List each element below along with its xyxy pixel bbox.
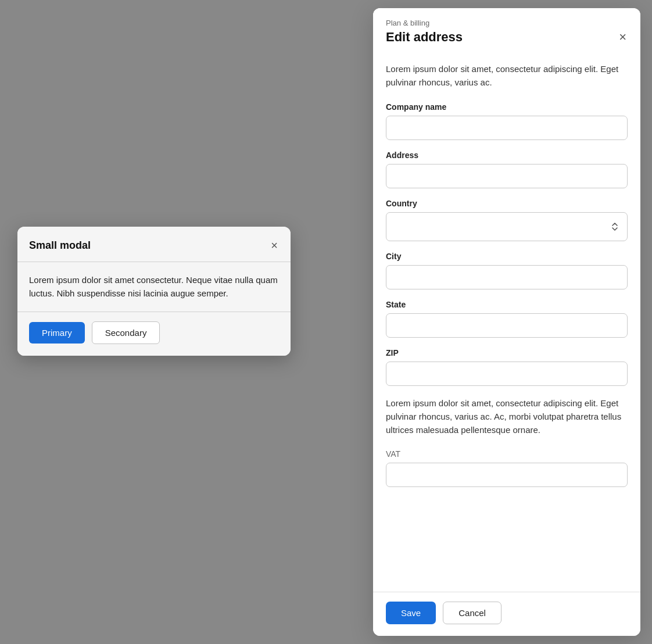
save-button[interactable]: Save [386,602,436,624]
country-field: Country [386,199,628,241]
company-name-input[interactable] [386,116,628,140]
primary-button[interactable]: Primary [29,322,85,344]
company-name-field: Company name [386,102,628,140]
address-label: Address [386,151,628,160]
state-field: State [386,300,628,338]
country-select-wrapper [386,212,628,241]
state-label: State [386,300,628,309]
close-icon: × [619,30,626,44]
edit-modal-description-top: Lorem ipsum dolor sit amet, consectetur … [386,62,628,90]
small-modal-footer: Primary Secondary [17,312,291,356]
country-label: Country [386,199,628,208]
state-input[interactable] [386,313,628,338]
cancel-button[interactable]: Cancel [443,602,501,624]
small-modal-title: Small modal [29,239,91,252]
city-input[interactable] [386,265,628,289]
city-label: City [386,252,628,261]
small-modal-body: Lorem ipsum dolor sit amet consectetur. … [17,262,291,312]
vat-input[interactable] [386,463,628,487]
small-modal-body-text: Lorem ipsum dolor sit amet consectetur. … [29,274,279,300]
edit-address-modal: Plan & billing Edit address × Lorem ipsu… [373,8,640,636]
edit-modal-title: Edit address [386,30,463,45]
vat-label: VAT [386,449,628,459]
edit-modal-close-button[interactable]: × [618,30,628,45]
zip-input[interactable] [386,362,628,386]
edit-modal-description-bottom: Lorem ipsum dolor sit amet, consectetur … [386,396,628,437]
country-select[interactable] [386,212,628,241]
edit-modal-title-row: Edit address × [386,30,628,45]
edit-modal-header: Plan & billing Edit address × [373,8,640,53]
edit-modal-scroll-area[interactable]: Lorem ipsum dolor sit amet, consectetur … [373,53,640,592]
edit-modal-footer: Save Cancel [373,592,640,636]
breadcrumb: Plan & billing [386,19,628,27]
address-input[interactable] [386,164,628,188]
zip-label: ZIP [386,348,628,357]
secondary-button[interactable]: Secondary [92,321,160,344]
small-modal: Small modal × Lorem ipsum dolor sit amet… [17,227,291,356]
close-icon: × [271,239,278,251]
small-modal-header: Small modal × [17,227,291,262]
vat-field: VAT [386,449,628,487]
small-modal-close-button[interactable]: × [270,238,279,252]
address-field: Address [386,151,628,188]
company-name-label: Company name [386,102,628,112]
city-field: City [386,252,628,289]
zip-field: ZIP [386,348,628,386]
